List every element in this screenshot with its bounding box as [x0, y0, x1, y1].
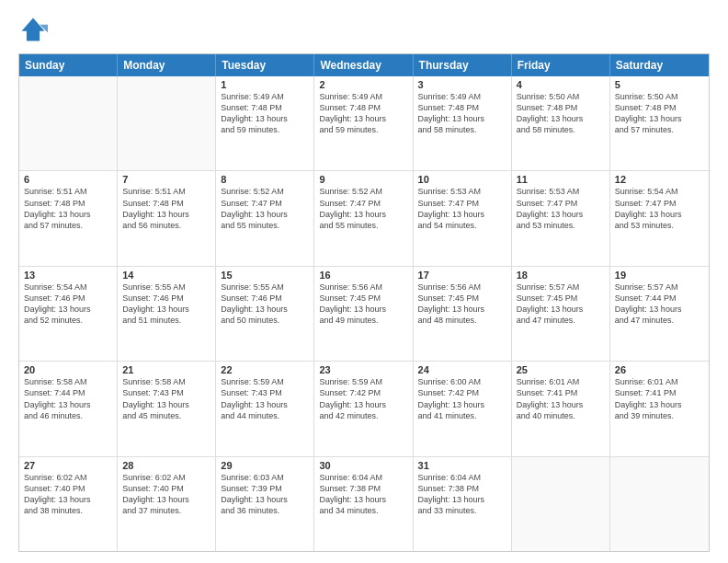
calendar-header: SundayMondayTuesdayWednesdayThursdayFrid…: [19, 54, 709, 76]
cell-info-line: Sunset: 7:38 PM: [319, 483, 407, 494]
day-number: 22: [221, 364, 309, 375]
calendar-cell: 25Sunrise: 6:01 AMSunset: 7:41 PMDayligh…: [512, 362, 610, 455]
day-number: 1: [221, 79, 309, 90]
cell-info-line: and 53 minutes.: [615, 220, 704, 231]
cell-info-line: and 40 minutes.: [517, 410, 605, 421]
cell-info-line: Sunrise: 5:53 AM: [517, 186, 605, 197]
cell-info-line: Sunrise: 6:01 AM: [615, 376, 704, 387]
cell-info-line: Daylight: 13 hours: [221, 399, 309, 410]
calendar-cell: 24Sunrise: 6:00 AMSunset: 7:42 PMDayligh…: [414, 362, 512, 455]
cell-info-line: Daylight: 13 hours: [122, 494, 210, 505]
cell-info-line: Daylight: 13 hours: [24, 494, 112, 505]
calendar-cell: [610, 457, 709, 551]
cell-info-line: Daylight: 13 hours: [615, 304, 704, 315]
cell-info-line: Sunrise: 5:52 AM: [221, 186, 309, 197]
cell-info-line: Sunrise: 5:49 AM: [418, 91, 506, 102]
day-number: 10: [418, 174, 506, 185]
calendar-cell: 31Sunrise: 6:04 AMSunset: 7:38 PMDayligh…: [414, 457, 512, 551]
calendar-week-1: 1Sunrise: 5:49 AMSunset: 7:48 PMDaylight…: [19, 76, 709, 171]
logo-icon: [18, 15, 48, 44]
cell-info-line: Sunrise: 5:59 AM: [221, 376, 309, 387]
cell-info-line: Sunrise: 5:57 AM: [615, 282, 704, 293]
cell-info-line: Sunrise: 5:49 AM: [221, 91, 309, 102]
calendar-cell: 12Sunrise: 5:54 AMSunset: 7:47 PMDayligh…: [610, 171, 709, 265]
calendar-cell: 30Sunrise: 6:04 AMSunset: 7:38 PMDayligh…: [314, 457, 413, 551]
calendar-cell: 16Sunrise: 5:56 AMSunset: 7:45 PMDayligh…: [314, 267, 413, 361]
calendar-cell: 3Sunrise: 5:49 AMSunset: 7:48 PMDaylight…: [414, 76, 512, 170]
calendar-week-4: 20Sunrise: 5:58 AMSunset: 7:44 PMDayligh…: [19, 362, 709, 456]
calendar-cell: 20Sunrise: 5:58 AMSunset: 7:44 PMDayligh…: [19, 362, 118, 455]
cell-info-line: Daylight: 13 hours: [418, 494, 506, 505]
day-number: 12: [615, 174, 704, 185]
cell-info-line: and 34 minutes.: [319, 505, 407, 516]
cell-info-line: Sunrise: 6:04 AM: [319, 472, 407, 483]
calendar-cell: 19Sunrise: 5:57 AMSunset: 7:44 PMDayligh…: [610, 267, 709, 361]
calendar-cell: 14Sunrise: 5:55 AMSunset: 7:46 PMDayligh…: [118, 267, 216, 361]
calendar-week-3: 13Sunrise: 5:54 AMSunset: 7:46 PMDayligh…: [19, 267, 709, 362]
cell-info-line: and 54 minutes.: [418, 220, 506, 231]
cell-info-line: Daylight: 13 hours: [221, 304, 309, 315]
day-number: 26: [615, 364, 704, 375]
cell-info-line: Sunset: 7:48 PM: [615, 102, 704, 113]
cell-info-line: Daylight: 13 hours: [517, 399, 605, 410]
calendar-cell: [512, 457, 610, 551]
cell-info-line: Sunset: 7:47 PM: [615, 198, 704, 209]
cell-info-line: Sunrise: 5:56 AM: [418, 282, 506, 293]
cell-info-line: Daylight: 13 hours: [319, 113, 407, 124]
weekday-header-monday: Monday: [118, 54, 216, 76]
cell-info-line: and 33 minutes.: [418, 505, 506, 516]
day-number: 28: [122, 460, 210, 471]
logo: [18, 15, 51, 44]
day-number: 19: [615, 270, 704, 281]
day-number: 11: [517, 174, 605, 185]
day-number: 30: [319, 460, 407, 471]
cell-info-line: Sunrise: 5:49 AM: [319, 91, 407, 102]
day-number: 14: [122, 270, 210, 281]
cell-info-line: Sunrise: 5:59 AM: [319, 376, 407, 387]
cell-info-line: Daylight: 13 hours: [517, 113, 605, 124]
calendar-cell: [19, 76, 118, 170]
cell-info-line: Daylight: 13 hours: [319, 494, 407, 505]
weekday-header-saturday: Saturday: [610, 54, 709, 76]
cell-info-line: Sunset: 7:44 PM: [24, 387, 112, 398]
cell-info-line: and 38 minutes.: [24, 505, 112, 516]
cell-info-line: Sunrise: 6:01 AM: [517, 376, 605, 387]
calendar-week-5: 27Sunrise: 6:02 AMSunset: 7:40 PMDayligh…: [19, 457, 709, 551]
day-number: 15: [221, 270, 309, 281]
cell-info-line: Sunrise: 6:02 AM: [122, 472, 210, 483]
svg-marker-0: [22, 18, 45, 41]
calendar-cell: 17Sunrise: 5:56 AMSunset: 7:45 PMDayligh…: [414, 267, 512, 361]
cell-info-line: Sunset: 7:43 PM: [122, 387, 210, 398]
cell-info-line: Daylight: 13 hours: [122, 399, 210, 410]
cell-info-line: Daylight: 13 hours: [221, 209, 309, 220]
cell-info-line: and 55 minutes.: [319, 220, 407, 231]
cell-info-line: and 48 minutes.: [418, 315, 506, 326]
day-number: 16: [319, 270, 407, 281]
cell-info-line: Daylight: 13 hours: [122, 304, 210, 315]
cell-info-line: Sunset: 7:38 PM: [418, 483, 506, 494]
cell-info-line: Sunrise: 5:57 AM: [517, 282, 605, 293]
cell-info-line: Sunrise: 5:58 AM: [122, 376, 210, 387]
day-number: 21: [122, 364, 210, 375]
cell-info-line: Daylight: 13 hours: [221, 494, 309, 505]
calendar-cell: 29Sunrise: 6:03 AMSunset: 7:39 PMDayligh…: [216, 457, 314, 551]
weekday-header-thursday: Thursday: [414, 54, 512, 76]
day-number: 7: [122, 174, 210, 185]
cell-info-line: Sunset: 7:48 PM: [517, 102, 605, 113]
cell-info-line: and 47 minutes.: [517, 315, 605, 326]
cell-info-line: Sunset: 7:44 PM: [615, 293, 704, 304]
calendar-cell: 1Sunrise: 5:49 AMSunset: 7:48 PMDaylight…: [216, 76, 314, 170]
cell-info-line: Sunrise: 6:02 AM: [24, 472, 112, 483]
cell-info-line: Daylight: 13 hours: [418, 304, 506, 315]
day-number: 24: [418, 364, 506, 375]
cell-info-line: and 52 minutes.: [24, 315, 112, 326]
cell-info-line: Sunrise: 5:53 AM: [418, 186, 506, 197]
cell-info-line: Sunset: 7:45 PM: [418, 293, 506, 304]
cell-info-line: Sunrise: 5:54 AM: [615, 186, 704, 197]
day-number: 2: [319, 79, 407, 90]
cell-info-line: Daylight: 13 hours: [517, 304, 605, 315]
cell-info-line: Sunset: 7:47 PM: [418, 198, 506, 209]
calendar-cell: 5Sunrise: 5:50 AMSunset: 7:48 PMDaylight…: [610, 76, 709, 170]
cell-info-line: Sunset: 7:46 PM: [122, 293, 210, 304]
calendar-cell: 28Sunrise: 6:02 AMSunset: 7:40 PMDayligh…: [118, 457, 216, 551]
